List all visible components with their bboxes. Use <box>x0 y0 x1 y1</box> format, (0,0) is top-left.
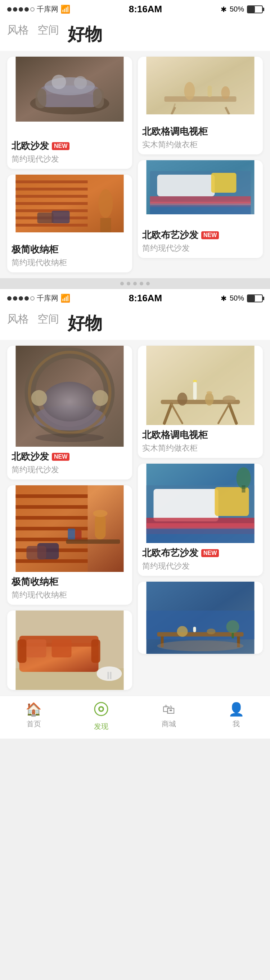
product-card-p8[interactable]: 北欧布艺沙发 NEW 简约现代沙发 <box>138 464 263 576</box>
svg-point-82 <box>205 393 214 406</box>
svg-rect-55 <box>66 539 120 544</box>
screen-2: 千库网 📶 8:16AM ✱ 50% 风格 空间 好物 <box>0 289 270 738</box>
product-desc-p3: 简约现代收纳柜 <box>11 257 128 268</box>
divider-dot-4 <box>140 282 143 285</box>
product-card-p3[interactable]: 极简收纳柜 简约现代收纳柜 <box>7 175 132 272</box>
product-img-p1 <box>7 57 132 122</box>
svg-rect-61 <box>27 546 46 560</box>
product-title-p3: 极简收纳柜 <box>11 243 58 256</box>
status-bar-2: 千库网 📶 8:16AM ✱ 50% <box>0 289 270 306</box>
product-img-p9 <box>7 611 132 690</box>
svg-rect-95 <box>242 485 246 493</box>
product-info-p7: 极简收纳柜 简约现代收纳柜 <box>7 572 132 605</box>
svg-point-42 <box>31 390 47 406</box>
tab-style-1[interactable]: 风格 <box>7 23 29 47</box>
badge-p4: NEW <box>201 231 219 239</box>
svg-point-41 <box>43 382 97 422</box>
product-info-p4: 北欧布艺沙发 NEW 简约现代沙发 <box>138 225 263 258</box>
svg-rect-18 <box>100 218 111 232</box>
tab-goods-2[interactable]: 好物 <box>68 312 102 336</box>
product-card-p4[interactable]: 北欧布艺沙发 NEW 简约现代沙发 <box>138 160 263 258</box>
discover-icon <box>94 702 108 719</box>
product-card-p1[interactable]: 北欧沙发 NEW 简约现代沙发 <box>7 57 132 169</box>
svg-point-45 <box>36 433 104 442</box>
wifi-icon-2: 📶 <box>60 294 70 303</box>
battery-fill <box>248 6 255 13</box>
svg-rect-93 <box>147 528 254 543</box>
svg-point-17 <box>99 189 113 218</box>
svg-rect-6 <box>36 88 46 108</box>
product-img-p10 <box>138 582 263 654</box>
divider-dot-2 <box>127 282 130 285</box>
status-right-2: ✱ 50% <box>221 294 263 303</box>
wifi-icon: 📶 <box>60 5 70 14</box>
product-desc-p2: 实木简约做衣柜 <box>142 139 259 150</box>
home-icon: 🏠 <box>25 702 42 717</box>
signal-dots <box>7 7 35 11</box>
svg-rect-33 <box>157 175 215 196</box>
tab-goods-1[interactable]: 好物 <box>68 23 102 47</box>
title-row-p4: 北欧布艺沙发 NEW <box>142 229 259 242</box>
svg-rect-102 <box>193 627 196 632</box>
svg-rect-7 <box>93 88 104 108</box>
status-time-1: 8:16AM <box>129 3 162 15</box>
dot2-1 <box>7 296 11 301</box>
title-row-p8: 北欧布艺沙发 NEW <box>142 547 259 559</box>
grid-col-right-2: 北欧格调电视柜 实木简约做衣柜 <box>138 346 263 690</box>
dot2-3 <box>19 296 23 301</box>
product-img-wrap-p1 <box>7 57 132 136</box>
dot2-4 <box>24 296 29 301</box>
svg-point-109 <box>100 708 103 711</box>
bluetooth-icon: ✱ <box>221 5 227 14</box>
svg-rect-71 <box>107 672 109 679</box>
product-card-p5[interactable]: 北欧沙发 NEW 简约现代沙发 <box>7 346 132 479</box>
tab-space-2[interactable]: 空间 <box>38 312 59 336</box>
tab-space-1[interactable]: 空间 <box>38 23 59 47</box>
shop-icon: 🛍 <box>163 702 175 717</box>
carrier-label-2: 千库网 <box>37 293 58 303</box>
svg-point-70 <box>97 667 122 681</box>
svg-point-4 <box>52 75 66 89</box>
svg-rect-34 <box>211 173 237 192</box>
nav-item-home[interactable]: 🏠 首页 <box>0 702 68 732</box>
svg-rect-72 <box>110 672 112 679</box>
svg-rect-58 <box>68 528 75 539</box>
signal-dots-2 <box>7 296 35 301</box>
product-title-p5: 北欧沙发 <box>11 450 49 463</box>
svg-point-103 <box>207 628 216 634</box>
product-title-p4: 北欧布艺沙发 <box>142 229 198 242</box>
screen-1: 千库网 📶 8:16AM ✱ 50% 风格 空间 好物 <box>0 0 270 278</box>
title-row-p2: 北欧格调电视柜 <box>142 125 259 138</box>
status-right: ✱ 50% <box>221 5 263 14</box>
product-card-p10[interactable] <box>138 582 263 654</box>
product-card-p2[interactable]: 北欧格调电视柜 实木简约做衣柜 <box>138 57 263 154</box>
svg-rect-59 <box>75 530 82 539</box>
product-img-wrap-p8 <box>138 464 263 543</box>
battery-percent-2: 50% <box>230 294 244 302</box>
home-label: 首页 <box>27 719 41 729</box>
profile-label: 我 <box>232 719 240 729</box>
nav-item-shop[interactable]: 🛍 商城 <box>135 702 203 732</box>
dot2-5 <box>30 296 35 301</box>
tab-style-2[interactable]: 风格 <box>7 312 29 336</box>
product-card-p6[interactable]: 北欧格调电视柜 实木简约做衣柜 <box>138 346 263 458</box>
dot-1 <box>7 7 11 11</box>
svg-rect-68 <box>27 640 46 657</box>
product-desc-p7: 简约现代收纳柜 <box>11 590 128 600</box>
divider-dot-1 <box>120 282 124 285</box>
product-img-wrap-p5 <box>7 346 132 447</box>
battery-fill-2 <box>248 295 255 302</box>
grid-col-left-1: 北欧沙发 NEW 简约现代沙发 <box>7 57 132 272</box>
product-img-wrap-p6 <box>138 346 263 425</box>
product-card-p9[interactable] <box>7 611 132 690</box>
nav-item-profile[interactable]: 👤 我 <box>203 702 270 732</box>
grid-col-left-2: 北欧沙发 NEW 简约现代沙发 <box>7 346 132 690</box>
svg-point-57 <box>93 510 107 517</box>
product-card-p7[interactable]: 极简收纳柜 简约现代收纳柜 <box>7 485 132 605</box>
product-title-p6: 北欧格调电视柜 <box>142 429 208 441</box>
badge-p5: NEW <box>52 453 69 461</box>
dot-4 <box>24 7 29 11</box>
screen-divider <box>0 278 270 289</box>
svg-rect-56 <box>95 514 106 539</box>
nav-item-discover[interactable]: 发现 <box>68 702 135 732</box>
